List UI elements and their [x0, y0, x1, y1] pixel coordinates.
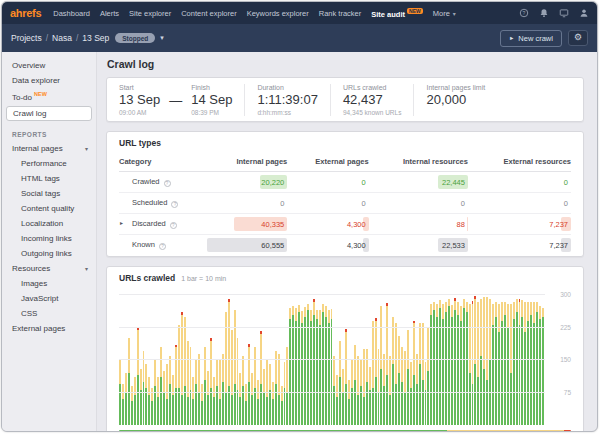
bar-segment: [410, 388, 412, 425]
category-cell: ▸Discarded?: [119, 214, 210, 235]
column-header-external-pages: External pages: [287, 154, 368, 172]
info-icon[interactable]: ?: [159, 243, 166, 250]
sidebar-item-to-do[interactable]: To-doNEW: [2, 88, 96, 105]
sidebar-item-overview[interactable]: Overview: [2, 58, 96, 73]
bar-segment: [533, 323, 535, 425]
chart-bar: [466, 302, 468, 425]
chart-bar: [166, 364, 168, 425]
nav-item-site-explorer[interactable]: Site explorer: [129, 9, 171, 18]
sidebar-item-content-quality[interactable]: Content quality: [2, 201, 96, 216]
gear-icon: ⚙: [574, 32, 582, 42]
sidebar-item-crawl-log[interactable]: Crawl log: [6, 106, 92, 121]
chart-bar: [389, 356, 391, 425]
settings-button[interactable]: ⚙: [568, 30, 588, 46]
value-text[interactable]: 7,237: [549, 220, 571, 229]
sidebar-item-css[interactable]: CSS: [2, 306, 96, 321]
chart-bar: [178, 325, 180, 425]
chart-bar: [134, 377, 136, 425]
ahrefs-logo[interactable]: ahrefs: [10, 7, 41, 19]
status-badge[interactable]: Stopped: [115, 33, 155, 43]
bar-segment: [157, 377, 159, 397]
sidebar-item-localization[interactable]: Localization: [2, 216, 96, 231]
chart-bar: [122, 384, 124, 425]
bar-segment: [395, 323, 397, 384]
y-tick-label: 225: [547, 324, 571, 331]
sidebar-item-performance[interactable]: Performance: [2, 156, 96, 171]
nav-item-dashboard[interactable]: Dashboard: [53, 9, 90, 18]
column-header-external-resources: External resources: [468, 154, 571, 172]
info-icon[interactable]: ?: [164, 180, 171, 187]
bar-segment: [521, 300, 523, 317]
sidebar-item-images[interactable]: Images: [2, 276, 96, 291]
breadcrumb-separator: /: [46, 33, 48, 43]
sidebar-item-social-tags[interactable]: Social tags: [2, 186, 96, 201]
chart-bar: [336, 375, 338, 425]
bar-segment: [539, 306, 541, 319]
bar-segment: [181, 395, 183, 425]
bar-segment: [345, 332, 347, 384]
value-text[interactable]: 60,555: [261, 241, 287, 250]
column-header-category: Category: [119, 154, 210, 172]
bar-segment: [539, 319, 541, 425]
nav-item-keywords-explorer[interactable]: Keywords explorer: [247, 9, 309, 18]
nav-item-content-explorer[interactable]: Content explorer: [181, 9, 236, 18]
sidebar-item-external-pages[interactable]: External pages: [2, 321, 96, 336]
bar-segment: [269, 364, 271, 390]
value-text[interactable]: 88: [457, 220, 468, 229]
breadcrumb-item-projects[interactable]: Projects: [11, 33, 42, 43]
sidebar-item-incoming-links[interactable]: Incoming links: [2, 231, 96, 246]
chart-bar: [242, 356, 244, 425]
chart-bar: [163, 371, 165, 425]
new-crawl-button[interactable]: ► New crawl: [500, 30, 562, 47]
value-text[interactable]: 20,220: [261, 178, 287, 187]
notifications-icon[interactable]: [538, 8, 549, 19]
display-icon[interactable]: [558, 8, 569, 19]
chart-bar: [225, 312, 227, 425]
y-tick-label: 300: [547, 291, 571, 298]
value-text[interactable]: 22,445: [442, 178, 468, 187]
value-text[interactable]: 4,300: [347, 220, 369, 229]
chart-bar: [521, 300, 523, 425]
bar-segment: [281, 401, 283, 425]
breadcrumb-item-nasa[interactable]: Nasa: [52, 33, 72, 43]
sidebar-item-resources[interactable]: Resources▾: [2, 261, 96, 276]
chart-bar: [483, 297, 485, 425]
bar-segment: [195, 384, 197, 425]
info-icon[interactable]: ?: [170, 222, 177, 229]
chart-bar: [169, 356, 171, 425]
chevron-down-icon[interactable]: ▾: [160, 34, 164, 42]
chart-bar: [513, 302, 515, 425]
bar-segment: [190, 347, 192, 390]
status-summary-bar: [119, 430, 571, 431]
sidebar-item-outgoing-links[interactable]: Outgoing links: [2, 246, 96, 261]
info-icon[interactable]: ?: [171, 201, 178, 208]
bar-segment: [513, 319, 515, 425]
value-cell: 4,300: [287, 235, 368, 256]
nav-item-more[interactable]: More▾: [433, 9, 456, 18]
nav-item-alerts[interactable]: Alerts: [100, 9, 119, 18]
sidebar-item-html-tags[interactable]: HTML tags: [2, 171, 96, 186]
nav-item-site-audit[interactable]: Site auditNEW: [371, 8, 422, 19]
chart-bar: [269, 364, 271, 425]
value-text[interactable]: 7,237: [549, 241, 571, 250]
sidebar-item-internal-pages[interactable]: Internal pages▾: [2, 141, 96, 156]
bar-segment: [222, 382, 224, 425]
category-label: Scheduled: [132, 198, 167, 207]
bar-segment: [425, 390, 427, 425]
nav-item-rank-tracker[interactable]: Rank tracker: [319, 9, 362, 18]
breadcrumb-item-13-sep[interactable]: 13 Sep: [82, 33, 109, 43]
value-cell: 40,335: [210, 214, 288, 235]
value-text[interactable]: 40,335: [261, 220, 287, 229]
value-cell: 0: [468, 172, 571, 193]
chart-bar: [322, 304, 324, 425]
expand-arrow-icon[interactable]: ▸: [120, 219, 123, 226]
chart-bar: [474, 296, 476, 425]
sidebar-item-data-explorer[interactable]: Data explorer: [2, 73, 96, 88]
sidebar-item-javascript[interactable]: JavaScript: [2, 291, 96, 306]
value-text[interactable]: 4,300: [347, 241, 369, 250]
bar-segment: [375, 321, 377, 377]
bar-segment: [357, 356, 359, 395]
value-text[interactable]: 22,533: [442, 241, 468, 250]
help-icon[interactable]: ?: [518, 8, 529, 19]
account-icon[interactable]: [578, 8, 589, 19]
